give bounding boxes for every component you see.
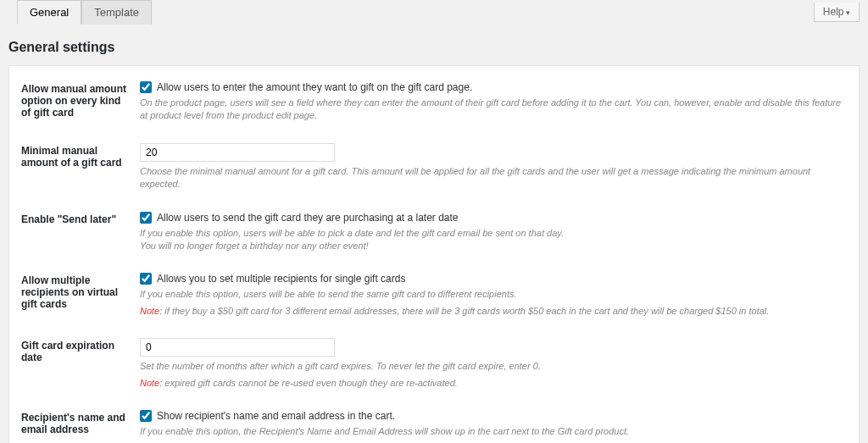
checkbox-send-later[interactable] bbox=[140, 212, 152, 224]
top-bar: General Template Help bbox=[0, 0, 868, 25]
help-multi-recip: If you enable this option, users will be… bbox=[140, 288, 847, 301]
checkbox-label-manual-amount: Allow users to enter the amount they wan… bbox=[157, 81, 472, 93]
help-manual-amount: On the product page, users will see a fi… bbox=[140, 97, 847, 123]
tabs: General Template bbox=[17, 0, 152, 25]
label-manual-amount: Allow manual amount option on every kind… bbox=[21, 81, 140, 119]
checkbox-label-send-later: Allow users to send the gift card they a… bbox=[157, 212, 459, 224]
row-min-manual: Minimal manual amount of a gift card Cho… bbox=[9, 138, 859, 207]
label-multi-recip: Allow multiple recipients on virtual gif… bbox=[21, 273, 140, 310]
row-multi-recip: Allow multiple recipients on virtual gif… bbox=[9, 268, 859, 333]
label-send-later: Enable "Send later" bbox=[21, 212, 140, 225]
row-send-later: Enable "Send later" Allow users to send … bbox=[9, 207, 859, 269]
help-recip-name: If you enable this option, the Recipient… bbox=[140, 425, 847, 438]
checkbox-label-multi-recip: Allows you to set multiple recipients fo… bbox=[157, 273, 405, 285]
checkbox-multi-recip[interactable] bbox=[140, 273, 152, 285]
label-expiration: Gift card expiration date bbox=[21, 338, 140, 363]
checkbox-label-recip-name: Show recipient's name and email address … bbox=[157, 410, 395, 422]
help-expiration: Set the number of months after which a g… bbox=[140, 360, 847, 373]
checkbox-recip-name[interactable] bbox=[140, 410, 152, 422]
help-dropdown[interactable]: Help bbox=[814, 3, 860, 22]
row-recip-name: Recipient's name and email address Show … bbox=[9, 405, 859, 443]
section-title: General settings bbox=[0, 25, 868, 65]
settings-panel: Allow manual amount option on every kind… bbox=[8, 65, 860, 443]
note-multi-recip: Note: if they buy a $50 gift card for 3 … bbox=[140, 305, 847, 318]
label-recip-name: Recipient's name and email address bbox=[21, 410, 140, 435]
label-min-manual: Minimal manual amount of a gift card bbox=[21, 143, 140, 169]
row-manual-amount: Allow manual amount option on every kind… bbox=[9, 76, 859, 138]
note-expiration: Note: expired gift cards cannot be re-us… bbox=[140, 377, 847, 390]
tab-template[interactable]: Template bbox=[81, 0, 152, 25]
help-send-later: If you enable this option, users will be… bbox=[140, 227, 847, 253]
input-expiration[interactable] bbox=[140, 338, 335, 357]
help-min-manual: Choose the minimal manual amount for a g… bbox=[140, 165, 847, 191]
tab-general[interactable]: General bbox=[17, 0, 81, 25]
input-min-manual[interactable] bbox=[140, 143, 335, 162]
row-expiration: Gift card expiration date Set the number… bbox=[9, 333, 859, 405]
checkbox-manual-amount[interactable] bbox=[140, 81, 152, 93]
